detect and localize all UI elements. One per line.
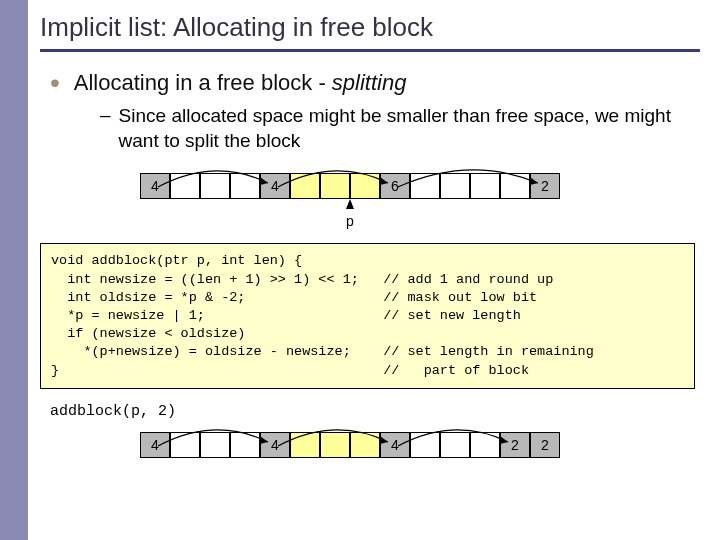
bullet-main-text: Allocating in a free block - splitting [74,70,407,96]
svg-marker-0 [260,177,268,185]
diagram-before: 4 4 6 2 p [140,173,560,229]
svg-marker-4 [380,436,388,444]
code-line: *(p+newsize) = oldsize - newsize; // set… [51,344,594,359]
bullet-sub: – Since allocated space might be smaller… [100,104,700,153]
bullet-main-em: splitting [332,70,407,95]
bullet-sub-text: Since allocated space might be smaller t… [119,104,679,153]
svg-marker-3 [260,436,268,444]
code-line: void addblock(ptr p, int len) { [51,253,302,268]
svg-marker-2 [530,177,538,185]
svg-marker-5 [500,436,508,444]
dash-icon: – [100,104,111,153]
pointer-arrow-icon [346,199,354,209]
slide-sidebar [0,0,28,540]
bullet-dot-icon: • [50,70,60,95]
svg-marker-1 [380,177,388,185]
bullet-main: • Allocating in a free block - splitting [50,70,700,96]
diagram-after: 4 4 4 2 2 [140,432,560,458]
arc-arrows-after [140,418,560,448]
code-line: int newsize = ((len + 1) >> 1) << 1; // … [51,272,553,287]
slide-content: Implicit list: Allocating in free block … [40,12,700,458]
title-underline [40,49,700,52]
code-line: } // part of block [51,363,529,378]
bullet-main-pre: Allocating in a free block - [74,70,332,95]
code-line: int oldsize = *p & -2; // mask out low b… [51,290,537,305]
code-block: void addblock(ptr p, int len) { int news… [40,243,695,389]
code-line: *p = newsize | 1; // set new length [51,308,521,323]
code-line: if (newsize < oldsize) [51,326,245,341]
arc-arrows [140,159,560,189]
pointer-p-label: p [335,213,365,229]
slide-title: Implicit list: Allocating in free block [40,12,700,43]
